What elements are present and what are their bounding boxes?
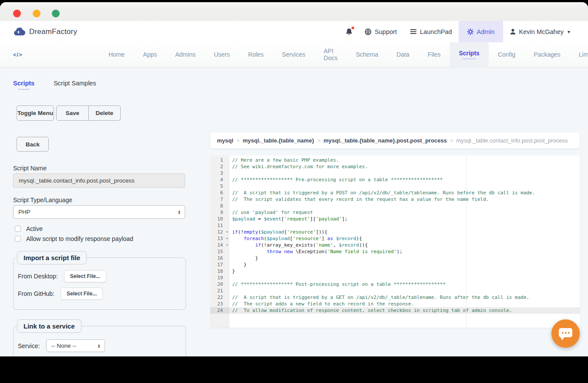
script-type-select[interactable]: PHP ▲▼ — [13, 205, 185, 219]
service-label: Service: — [18, 342, 40, 349]
code-line[interactable]: 19 — [210, 275, 580, 281]
tab-users[interactable]: Users — [205, 42, 239, 67]
tab-limits[interactable]: Limits — [570, 42, 588, 67]
line-number: 17 — [210, 261, 230, 268]
code-line[interactable]: 10$payload = $event['request']['payload'… — [210, 216, 580, 222]
code-line[interactable]: 13▾ foreach($payload['resource'] as $rec… — [210, 235, 580, 242]
code-text: throw new \Exception('Name field is requ… — [230, 248, 580, 255]
notification-badge — [351, 26, 355, 30]
code-line[interactable]: 18} — [210, 268, 580, 275]
cloud-logo-icon — [13, 27, 25, 36]
select-spinner-icon: ▲▼ — [98, 344, 105, 348]
fold-toggle-icon[interactable]: ▾ — [226, 229, 228, 235]
code-line[interactable]: 1// Here are a few basic PHP examples. — [210, 157, 580, 163]
code-line[interactable]: 7// The script validates that every reco… — [210, 196, 580, 203]
code-line[interactable]: 9// use 'payload' for request — [210, 209, 580, 216]
tab-admins[interactable]: Admins — [166, 42, 205, 67]
code-text — [230, 222, 580, 229]
script-type-label: Script Type/Language — [13, 197, 72, 203]
code-line[interactable]: 21 — [210, 288, 580, 294]
sub-tabs: Scripts Script Samples — [13, 80, 96, 90]
user-icon — [510, 28, 516, 35]
line-number: 2 — [210, 163, 230, 170]
github-select-file-button[interactable]: Select File... — [61, 288, 103, 300]
code-text: // ****************** Pre-processing scr… — [230, 176, 580, 183]
user-menu[interactable]: Kevin McGahey ▾ — [503, 21, 577, 42]
code-text — [230, 183, 580, 190]
admin-link[interactable]: Admin — [459, 21, 503, 42]
chat-widget-button[interactable] — [551, 319, 580, 348]
subtab-scripts[interactable]: Scripts — [13, 80, 34, 90]
code-line[interactable]: 23// The script adds a new field to each… — [210, 301, 580, 307]
code-line[interactable]: 6// A script that is triggered by a POST… — [210, 190, 580, 196]
code-line[interactable]: 22// A script that is triggered by a GET… — [210, 294, 580, 301]
save-button[interactable]: Save — [57, 106, 88, 120]
breadcrumb-link[interactable]: mysql — [217, 137, 233, 144]
tab-schema[interactable]: Schema — [347, 42, 387, 67]
code-text: if(!empty($payload['resource'])){ — [230, 229, 580, 235]
back-button[interactable]: Back — [17, 137, 49, 152]
window-close-button[interactable] — [13, 10, 21, 17]
dreamfactory-logo[interactable]: DreamFactory — [13, 27, 77, 36]
window-zoom-button[interactable] — [52, 10, 60, 17]
delete-button[interactable]: Delete — [88, 106, 121, 120]
line-number: 11 — [210, 222, 230, 229]
fold-toggle-icon[interactable]: ▾ — [226, 235, 228, 242]
code-line[interactable]: 8 — [210, 203, 580, 209]
modify-response-checkbox-label: Allow script to modify response payload — [26, 235, 133, 242]
launchpad-link[interactable]: LaunchPad — [403, 21, 458, 42]
window-minimize-button[interactable] — [33, 10, 41, 17]
notifications-button[interactable] — [340, 21, 358, 42]
code-line[interactable]: 17 } — [210, 261, 580, 268]
breadcrumb-link[interactable]: mysql._table.{table_name}.post.post_proc… — [324, 137, 447, 144]
code-text — [230, 288, 580, 294]
tab-files[interactable]: Files — [419, 42, 450, 67]
desktop-select-file-button[interactable]: Select File... — [64, 270, 106, 282]
line-number: 5 — [210, 183, 230, 190]
script-name-input[interactable] — [13, 173, 185, 188]
code-line[interactable]: 16 } — [210, 255, 580, 261]
app-header: DreamFactory Support — [0, 21, 588, 42]
line-number: 10 — [210, 216, 230, 222]
tab-packages[interactable]: Packages — [524, 42, 569, 67]
active-checkbox[interactable] — [15, 226, 21, 232]
code-line[interactable]: 14▾ if(!array_key_exists('name', $record… — [210, 242, 580, 248]
tab-apps[interactable]: Apps — [134, 42, 166, 67]
tab-home[interactable]: Home — [99, 42, 134, 67]
code-line[interactable]: 12▾if(!empty($payload['resource'])){ — [210, 229, 580, 235]
breadcrumb-link[interactable]: mysql._table.{table_name} — [243, 137, 314, 144]
code-line[interactable]: 15 throw new \Exception('Name field is r… — [210, 248, 580, 255]
tab-config[interactable]: Config — [489, 42, 524, 67]
support-link[interactable]: Support — [358, 21, 403, 42]
import-script-legend: Import a script file — [17, 251, 87, 264]
modify-response-checkbox[interactable] — [15, 236, 21, 242]
code-text: // A script that is triggered by a POST … — [230, 190, 580, 196]
line-number: 9 — [210, 209, 230, 216]
subtab-script-samples[interactable]: Script Samples — [54, 80, 96, 90]
code-line[interactable]: 11 — [210, 222, 580, 229]
fold-toggle-icon[interactable]: ▾ — [226, 242, 228, 248]
line-number: 12▾ — [210, 229, 230, 235]
line-number: 16 — [210, 255, 230, 261]
code-line[interactable]: 5 — [210, 183, 580, 190]
scripts-page: Scripts Script Samples Toggle Menu Save … — [0, 67, 588, 356]
tab-scripts[interactable]: Scripts — [449, 42, 488, 67]
tab-data[interactable]: Data — [387, 42, 419, 67]
code-line[interactable]: 20// ****************** Post-processing … — [210, 281, 580, 288]
service-select[interactable]: -- None -- ▲▼ — [46, 339, 105, 352]
code-text: // ****************** Post-processing sc… — [230, 281, 580, 288]
code-editor[interactable]: 1// Here are a few basic PHP examples.2/… — [210, 156, 580, 328]
link-service-legend: Link to a service — [17, 319, 81, 333]
code-line[interactable]: 4// ****************** Pre-processing sc… — [210, 176, 580, 183]
tab-services[interactable]: Services — [273, 42, 314, 67]
code-line[interactable]: 24// To allow modification of response c… — [210, 307, 580, 314]
toggle-menu-button[interactable]: Toggle Menu — [17, 105, 54, 121]
tab-roles[interactable]: Roles — [239, 42, 273, 67]
link-service-fieldset: Link to a service Service: -- None -- ▲▼ — [13, 326, 186, 356]
line-number: 7 — [210, 196, 230, 203]
active-tab-underline — [463, 58, 476, 59]
code-line[interactable]: 2// See wiki.dreamfactory.com for more e… — [210, 163, 580, 170]
chat-bubble-icon — [559, 328, 572, 337]
tab-api-docs[interactable]: API Docs — [314, 42, 347, 67]
code-line[interactable]: 3 — [210, 170, 580, 176]
